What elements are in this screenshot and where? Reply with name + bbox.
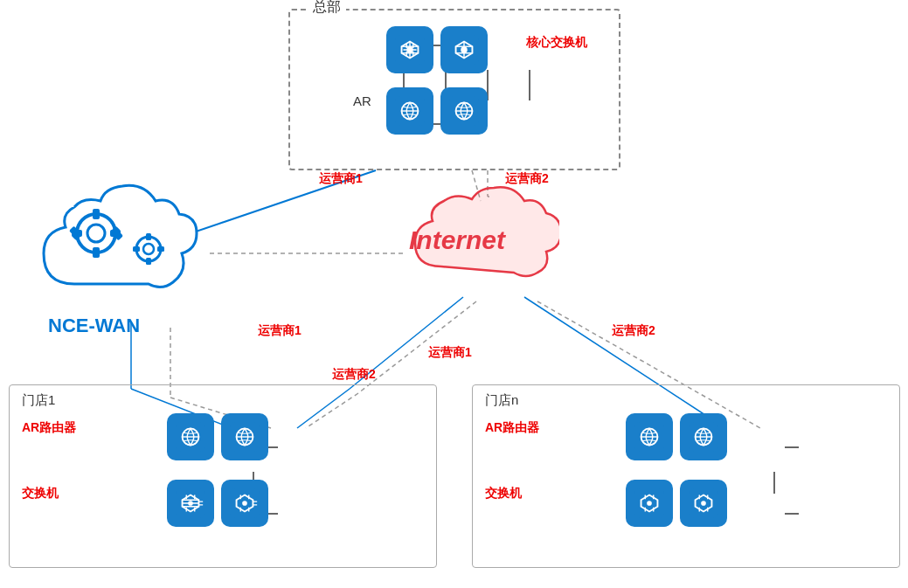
- store1-ar-pair: [167, 413, 268, 460]
- store1-ar-2: [221, 413, 268, 460]
- nce-wan-label: NCE-WAN: [48, 315, 140, 337]
- storen-switch-1: [626, 480, 673, 527]
- isp-label-mid-2: 运营商2: [332, 367, 376, 383]
- ar-pair: [386, 87, 488, 135]
- store1-ar-router-label: AR路由器: [22, 420, 76, 436]
- isp-label-storen-2: 运营商2: [612, 323, 655, 339]
- ar-label: AR: [353, 93, 371, 108]
- svg-rect-46: [93, 247, 100, 258]
- svg-rect-58: [133, 246, 140, 252]
- storen-ar-router-label: AR路由器: [485, 420, 539, 436]
- internet-label: Internet: [409, 225, 505, 255]
- hq-label: 总部: [308, 0, 346, 17]
- svg-point-76: [647, 501, 652, 506]
- storen-ar-pair: [626, 413, 727, 460]
- nce-wan-cloud: [26, 170, 210, 310]
- store1-switch-2: [221, 480, 268, 527]
- ar-router-2: [440, 87, 488, 135]
- store1-label: 门店1: [22, 392, 55, 409]
- storen-ar-1: [626, 413, 673, 460]
- hq-box: 总部 核心交换机: [288, 9, 620, 170]
- svg-point-68: [242, 501, 247, 506]
- isp-label-hq-2: 运营商2: [505, 171, 549, 187]
- svg-point-36: [461, 46, 468, 53]
- storen-ar-2: [680, 413, 727, 460]
- diagram-container: 总部 核心交换机: [0, 0, 908, 588]
- svg-rect-57: [157, 246, 164, 252]
- store1-switch-label: 交换机: [22, 486, 59, 502]
- svg-rect-45: [93, 209, 100, 219]
- storen-label: 门店n: [485, 392, 518, 409]
- storen-switch-label: 交换机: [485, 486, 522, 502]
- storen-box: 门店n AR路由器: [472, 384, 900, 568]
- storen-switch-2: [680, 480, 727, 527]
- core-switch-1: [386, 26, 433, 73]
- isp-label-nce-1: 运营商1: [258, 323, 302, 339]
- svg-rect-56: [146, 258, 151, 265]
- svg-rect-55: [146, 233, 151, 240]
- storen-switch-pair: [626, 480, 727, 527]
- svg-point-78: [701, 501, 706, 506]
- core-switch-2: [440, 26, 488, 73]
- store1-switch-pair: [167, 480, 268, 527]
- store1-ar-1: [167, 413, 214, 460]
- core-switch-pair: [386, 26, 488, 73]
- core-switch-label: 核心交换机: [526, 35, 587, 51]
- svg-point-66: [188, 501, 193, 506]
- isp-label-hq-1: 运营商1: [319, 171, 363, 187]
- store1-switch-1: [167, 480, 214, 527]
- store1-box: 门店1 AR路由器: [9, 384, 437, 568]
- ar-router-1: [386, 87, 433, 135]
- isp-label-mid-1: 运营商1: [428, 345, 472, 361]
